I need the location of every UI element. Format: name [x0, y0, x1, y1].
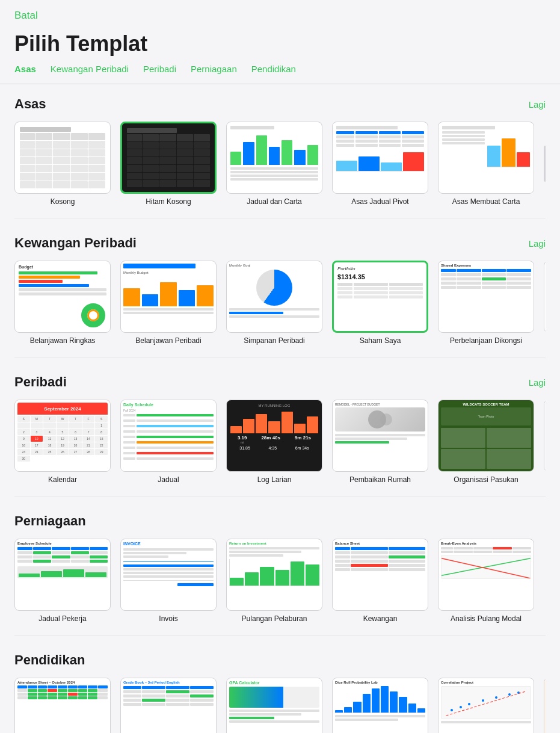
thumb-invois: INVOICE: [120, 539, 217, 611]
template-dice[interactable]: Dice Roll Probability Lab: [332, 678, 428, 733]
thumb-nilai-bersih: Net Worth Overview: [544, 261, 546, 333]
thumb-organisasi-pasukan: WILDCATS SOCCER TEAM Team Photo: [438, 400, 534, 472]
template-kosong[interactable]: Kosong: [14, 122, 111, 206]
label-belanjawan-ringkas: Belanjawan Ringkas: [30, 336, 96, 345]
section-kewangan: Kewangan Peribadi Lagi Budget: [0, 223, 560, 357]
template-schoolyear[interactable]: 2024-2025 School Year: [544, 678, 546, 733]
template-pembaikan-rumah[interactable]: REMODEL - PROJECT BUDGET Pembaikan Rumah: [332, 400, 428, 484]
svg-line-2: [446, 691, 526, 716]
thumb-schoolyear: 2024-2025 School Year: [544, 678, 546, 733]
page-title: Pilih Templat: [0, 26, 560, 64]
tab-perniagaan[interactable]: Perniagaan: [191, 64, 237, 74]
section-more-asas[interactable]: Lagi: [529, 99, 546, 110]
thumb-kewangan-bisnes: Balance Sheet: [332, 539, 428, 611]
section-peribadi: Peribadi Lagi September 2024 SMTWTFS 1 2…: [0, 362, 560, 496]
template-belanjawan-ringkas[interactable]: Budget Belanjawan Ringkas: [14, 261, 111, 345]
label-asas-pivot: Asas Jadual Pivot: [351, 197, 408, 206]
thumb-dice: Dice Roll Probability Lab: [332, 678, 428, 733]
thumb-belanjawan-peribadi: Monthly Budget: [120, 261, 217, 333]
template-jadual[interactable]: Daily Schedule Fall 2024 Jadu: [120, 400, 217, 484]
tab-kewangan[interactable]: Kewangan Peribadi: [51, 64, 129, 74]
label-jadual-pekerja: Jadual Pekerja: [38, 614, 86, 623]
label-saham-saya: Saham Saya: [360, 336, 401, 345]
template-kewangan-bisnes[interactable]: Balance Sheet: [332, 539, 428, 623]
template-organisasi-pasukan[interactable]: WILDCATS SOCCER TEAM Team Photo Organisa…: [438, 400, 534, 484]
tab-peribadi[interactable]: Peribadi: [143, 64, 176, 74]
template-rekod-bayi[interactable]: Baby's First Year: [544, 400, 546, 484]
thumb-pembaikan-rumah: REMODEL - PROJECT BUDGET: [332, 400, 428, 472]
label-invois: Invois: [159, 614, 177, 623]
template-nilai-bersih[interactable]: Net Worth Overview Nilai Bersi: [544, 261, 546, 345]
template-attendance[interactable]: Attendance Sheet – October 2024: [14, 678, 111, 733]
section-more-peribadi[interactable]: Lagi: [529, 377, 546, 388]
label-analisis-pulang-modal: Analisis Pulang Modal: [451, 614, 522, 623]
thumb-asas-pivot: [332, 122, 428, 194]
tab-pendidikan[interactable]: Pendidikan: [251, 64, 296, 74]
thumb-log-larian: MY RUNNING LOG 3.19mi 28m 40s 9m 21s: [226, 400, 322, 472]
template-saham-saya[interactable]: Portfolio $1314.35 Saham Saya: [332, 261, 428, 345]
template-asas-pivot[interactable]: Asas Jadual Pivot: [332, 122, 428, 206]
thumb-gradebook: Grade Book – 3rd Period English: [120, 678, 217, 733]
label-organisasi-pasukan: Organisasi Pasukan: [454, 475, 518, 484]
label-pembaikan-rumah: Pembaikan Rumah: [349, 475, 411, 484]
template-pulangan-pelaburan[interactable]: Return on Investment: [226, 539, 322, 623]
daily-schedule-label: Daily Schedule: [123, 403, 214, 407]
section-title-perniagaan: Perniagaan: [14, 513, 86, 529]
section-asas: Asas Lagi: [0, 84, 560, 218]
scroll-indicator-asas: [544, 122, 546, 206]
thumb-simpanan-peribadi: Monthly Goal: [226, 261, 322, 333]
thumb-kalendar: September 2024 SMTWTFS 1 2345678 9101112…: [14, 400, 111, 472]
thumb-analisis-pulang-modal: Break-Even Analysis: [438, 539, 534, 611]
template-belanjawan-peribadi[interactable]: Monthly Budget Belanjawan Peribadi: [120, 261, 217, 345]
tab-asas[interactable]: Asas: [14, 64, 36, 74]
thumb-jadual-carta: [226, 122, 322, 194]
thumb-rekod-bayi: Baby's First Year: [544, 400, 546, 472]
template-analisis-pulang-modal[interactable]: Break-Even Analysis: [438, 539, 534, 623]
label-simpanan-peribadi: Simpanan Peribadi: [244, 336, 304, 345]
template-correlation[interactable]: Correlation Project: [438, 678, 534, 733]
label-kalendar: Kalendar: [48, 475, 77, 484]
category-tabs: Asas Kewangan Peribadi Peribadi Perniaga…: [0, 64, 560, 84]
perniagaan-templates-row: Employee Schedule: [14, 539, 546, 630]
section-pendidikan: Pendidikan Attendance Sheet – October 20…: [0, 640, 560, 733]
label-asas-carta: Asas Membuat Carta: [452, 197, 520, 206]
template-log-larian[interactable]: MY RUNNING LOG 3.19mi 28m 40s 9m 21s: [226, 400, 322, 484]
thumb-belanjawan-ringkas: Budget: [14, 261, 111, 333]
thumb-perbelanjaan-dikongsi: Shared Expenses: [438, 261, 534, 333]
template-gpa[interactable]: GPA Calculator: [226, 678, 322, 733]
thumb-jadual-pekerja: Employee Schedule: [14, 539, 111, 611]
label-jadual: Jadual: [158, 475, 179, 484]
section-title-peribadi: Peribadi: [14, 374, 67, 390]
template-invois[interactable]: INVOICE Invois: [120, 539, 217, 623]
thumb-gpa: GPA Calculator: [226, 678, 322, 733]
template-kalendar[interactable]: September 2024 SMTWTFS 1 2345678 9101112…: [14, 400, 111, 484]
template-simpanan-peribadi[interactable]: Monthly Goal Simpanan Peribadi: [226, 261, 322, 345]
thumb-kosong: [14, 122, 111, 194]
label-hitam-kosong: Hitam Kosong: [146, 197, 191, 206]
section-more-kewangan[interactable]: Lagi: [529, 238, 546, 249]
pendidikan-templates-row: Attendance Sheet – October 2024: [14, 678, 546, 733]
peribadi-templates-row: September 2024 SMTWTFS 1 2345678 9101112…: [14, 400, 546, 491]
template-jadual-carta[interactable]: Jadual dan Carta: [226, 122, 322, 206]
template-hitam-kosong[interactable]: Hitam Kosong: [120, 122, 217, 206]
cancel-button[interactable]: Batal: [14, 10, 38, 22]
label-kewangan-bisnes: Kewangan: [363, 614, 398, 623]
asas-templates-row: Kosong: [14, 122, 546, 213]
thumb-saham-saya: Portfolio $1314.35: [332, 261, 428, 333]
top-bar: Batal Pilih Templat Asas Kewangan Periba…: [0, 0, 560, 84]
thumb-attendance: Attendance Sheet – October 2024: [14, 678, 111, 733]
kewangan-templates-row: Budget Belanjawan Ringkas: [14, 261, 546, 352]
template-jadual-pekerja[interactable]: Employee Schedule: [14, 539, 111, 623]
label-jadual-carta: Jadual dan Carta: [247, 197, 301, 206]
thumb-hitam-kosong: [120, 122, 217, 194]
label-pulangan-pelaburan: Pulangan Pelaburan: [242, 614, 307, 623]
template-perbelanjaan-dikongsi[interactable]: Shared Expenses: [438, 261, 534, 345]
section-title-pendidikan: Pendidikan: [14, 652, 85, 668]
template-asas-carta[interactable]: Asas Membuat Carta: [438, 122, 534, 206]
section-title-kewangan: Kewangan Peribadi: [14, 235, 137, 251]
thumb-jadual: Daily Schedule Fall 2024: [120, 400, 217, 472]
label-perbelanjaan-dikongsi: Perbelanjaan Dikongsi: [450, 336, 522, 345]
template-gradebook[interactable]: Grade Book – 3rd Period English: [120, 678, 217, 733]
thumb-pulangan-pelaburan: Return on Investment: [226, 539, 322, 611]
label-belanjawan-peribadi: Belanjawan Peribadi: [135, 336, 201, 345]
